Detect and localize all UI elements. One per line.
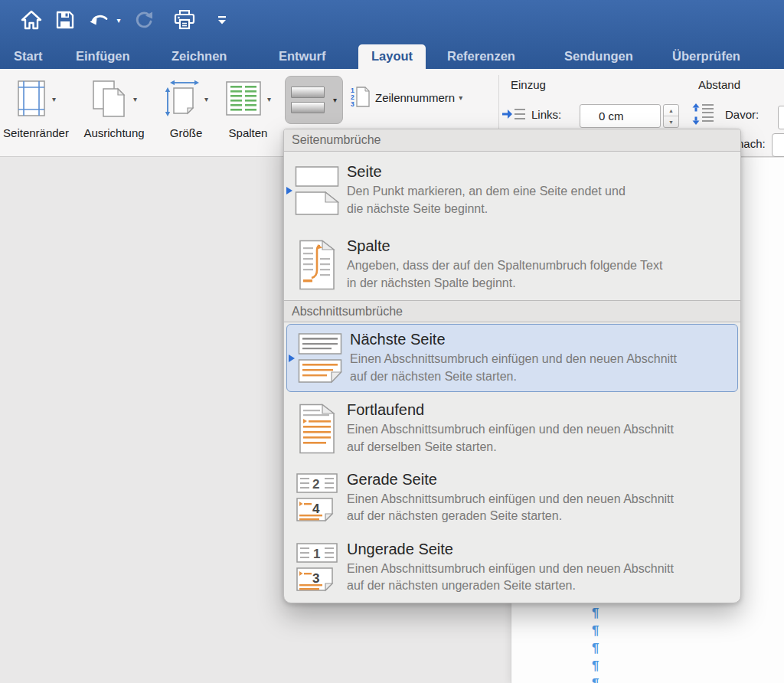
breaks-button[interactable]: ▾ (285, 76, 343, 124)
save-button[interactable] (52, 5, 78, 35)
stepper-down-icon[interactable]: ▼ (664, 116, 678, 127)
menu-item-spalte[interactable]: Spalte Angeben, dass der auf den Spalten… (284, 229, 740, 300)
indent-left-input[interactable] (580, 104, 661, 128)
spacing-before-icon (691, 103, 714, 126)
spacing-after-input[interactable] (772, 133, 784, 157)
indent-group-title: Einzug (511, 78, 546, 91)
tab-einfuegen[interactable]: Einfügen (76, 43, 130, 69)
size-button[interactable]: ▾ Größe (155, 75, 217, 139)
undo-dropdown-caret[interactable]: ▾ (116, 16, 120, 25)
indent-left-icon (501, 106, 526, 123)
spacing-before-input[interactable] (778, 106, 784, 129)
menu-item-seite[interactable]: Seite Den Punkt markieren, an dem eine S… (284, 152, 740, 229)
current-break-marker-icon (289, 355, 295, 362)
size-icon (164, 79, 201, 119)
orientation-dropdown-caret: ▾ (133, 95, 137, 103)
margins-button[interactable]: ▾ Seitenränder (0, 75, 75, 139)
menu-item-title: Nächste Seite (350, 331, 677, 348)
stepper-up-icon[interactable]: ▲ (664, 105, 678, 116)
size-label: Größe (155, 126, 217, 139)
print-button[interactable] (170, 5, 199, 35)
customize-quick-access-button[interactable] (211, 5, 233, 35)
indent-left-stepper[interactable]: ▲ ▼ (663, 104, 679, 128)
even-page-break-icon: 2 4 (295, 472, 341, 523)
customize-toolbar-icon (216, 15, 228, 25)
menu-item-description: Den Punkt markieren, an dem eine Seite e… (347, 183, 626, 217)
size-dropdown-caret: ▾ (204, 95, 208, 103)
menu-item-title: Fortlaufend (347, 401, 674, 419)
home-button[interactable] (18, 5, 44, 35)
menu-section-header-section-breaks: Abschnittsumbrüche (284, 300, 740, 322)
tab-layout[interactable]: Layout (358, 44, 426, 69)
ribbon-tabs: Start Einfügen Zeichnen Entwurf Layout R… (0, 43, 784, 69)
margins-label: Seitenränder (0, 126, 75, 139)
print-icon (173, 9, 196, 31)
menu-item-naechste-seite[interactable]: Nächste Seite Einen Abschnittsumbruch ei… (286, 324, 738, 392)
columns-button[interactable]: ▾ Spalten (216, 75, 280, 139)
menu-item-ungerade-seite[interactable]: 1 3 Ungerade Seite Einen Abschnittsumbru… (284, 532, 740, 603)
tab-zeichnen[interactable]: Zeichnen (172, 43, 227, 69)
menu-item-title: Seite (347, 163, 626, 181)
orientation-button[interactable]: ▾ Ausrichtung (77, 75, 152, 139)
menu-item-title: Spalte (347, 237, 662, 255)
tab-referenzen[interactable]: Referenzen (447, 43, 515, 69)
paragraph-mark: ¶ (592, 606, 599, 619)
line-numbers-button[interactable]: 1 2 3 Zeilennummern ▾ (351, 86, 462, 109)
tab-start[interactable]: Start (14, 43, 43, 69)
svg-text:3: 3 (351, 100, 354, 108)
redo-icon (133, 10, 155, 30)
undo-button[interactable]: ▾ (86, 5, 124, 35)
columns-label: Spalten (216, 126, 280, 139)
margins-dropdown-caret: ▾ (52, 95, 56, 103)
line-numbers-icon: 1 2 3 (351, 86, 371, 109)
svg-text:3: 3 (312, 571, 319, 586)
paragraph-mark: ¶ (592, 659, 599, 672)
home-icon (21, 10, 42, 30)
menu-item-gerade-seite[interactable]: 2 4 Gerade Seite Einen Abschnittsumbruch… (284, 463, 740, 532)
redo-button[interactable] (130, 5, 158, 35)
line-numbers-dropdown-caret: ▾ (459, 93, 462, 102)
save-icon (55, 10, 75, 30)
next-page-break-icon (298, 332, 344, 384)
line-numbers-label: Zeilennummern (375, 91, 455, 104)
continuous-break-icon (295, 404, 341, 454)
paragraph-mark: ¶ (592, 677, 599, 683)
columns-icon (225, 80, 263, 117)
breaks-icon (291, 87, 325, 113)
paragraph-mark: ¶ (592, 624, 599, 637)
svg-text:1: 1 (313, 547, 320, 561)
spacing-after-label: nach: (737, 137, 766, 150)
menu-item-description: Einen Abschnittsumbruch einfügen und den… (347, 560, 674, 595)
svg-text:4: 4 (312, 502, 320, 516)
breaks-dropdown-caret[interactable]: ▾ (333, 96, 337, 104)
spacing-group-title: Abstand (698, 78, 740, 91)
title-bar: ▾ (0, 0, 784, 69)
orientation-icon (91, 80, 129, 118)
menu-item-description: Einen Abschnittsumbruch einfügen und den… (347, 421, 674, 456)
svg-text:2: 2 (312, 477, 319, 492)
current-break-marker-icon (286, 187, 292, 194)
tab-ueberpruefen[interactable]: Überprüfen (672, 43, 740, 69)
menu-item-title: Ungerade Seite (347, 541, 674, 558)
menu-item-title: Gerade Seite (347, 471, 674, 489)
menu-item-fortlaufend[interactable]: Fortlaufend Einen Abschnittsumbruch einf… (284, 394, 740, 463)
paragraph-mark: ¶ (592, 642, 599, 655)
quick-access-toolbar: ▾ (0, 5, 784, 38)
menu-item-description: Einen Abschnittsumbruch einfügen und den… (350, 351, 677, 385)
column-break-icon (295, 240, 341, 290)
menu-item-description: Einen Abschnittsumbruch einfügen und den… (347, 491, 674, 525)
undo-icon (89, 11, 113, 28)
menu-section-header-page-breaks: Seitenumbrüche (284, 129, 740, 152)
odd-page-break-icon: 1 3 (295, 542, 341, 593)
page-break-icon (295, 165, 341, 217)
margins-icon (16, 80, 48, 118)
tab-sendungen[interactable]: Sendungen (564, 43, 633, 69)
columns-dropdown-caret: ▾ (267, 95, 271, 103)
breaks-menu: Seitenumbrüche Seite Den Punkt markieren… (283, 129, 741, 603)
menu-item-description: Angeben, dass der auf den Spaltenumbruch… (347, 257, 662, 292)
indent-left-label: Links: (531, 108, 561, 121)
word-window: ▾ (0, 0, 784, 683)
orientation-label: Ausrichtung (77, 126, 152, 139)
tab-entwurf[interactable]: Entwurf (279, 43, 325, 69)
spacing-before-label: Davor: (725, 108, 759, 121)
